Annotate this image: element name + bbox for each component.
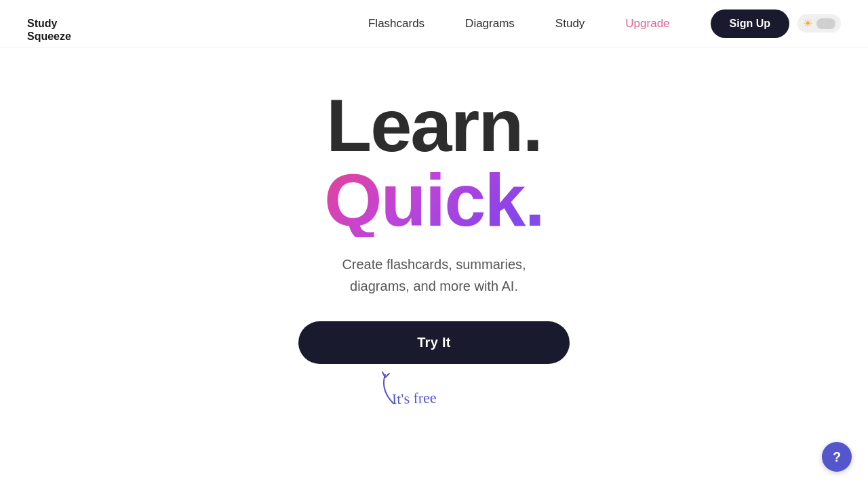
sun-icon: ☀ [803,17,812,30]
nav-study[interactable]: Study [555,17,585,30]
hero-section: Learn. Quick. Create flashcards, summari… [0,47,868,424]
theme-toggle[interactable]: ☀ [797,14,841,33]
nav-actions: Sign Up ☀ [711,9,841,38]
help-button[interactable]: ? [822,442,852,472]
site-logo[interactable]: StudySqueeze [27,4,71,43]
toggle-track [816,18,835,29]
nav-upgrade[interactable]: Upgrade [625,17,669,30]
try-it-button[interactable]: Try It [298,321,570,364]
hero-headline-quick: Quick. [324,163,544,237]
its-free-wrapper: It's free [298,369,570,424]
nav-diagrams[interactable]: Diagrams [465,17,515,30]
navbar: StudySqueeze Flashcards Diagrams Study U… [0,0,868,47]
its-free-label: It's free [392,389,437,408]
nav-links: Flashcards Diagrams Study Upgrade [368,17,670,30]
signup-button[interactable]: Sign Up [711,9,789,38]
hero-headline-learn: Learn. [326,88,542,163]
nav-flashcards[interactable]: Flashcards [368,17,425,30]
hero-subtitle: Create flashcards, summaries, diagrams, … [342,253,526,297]
